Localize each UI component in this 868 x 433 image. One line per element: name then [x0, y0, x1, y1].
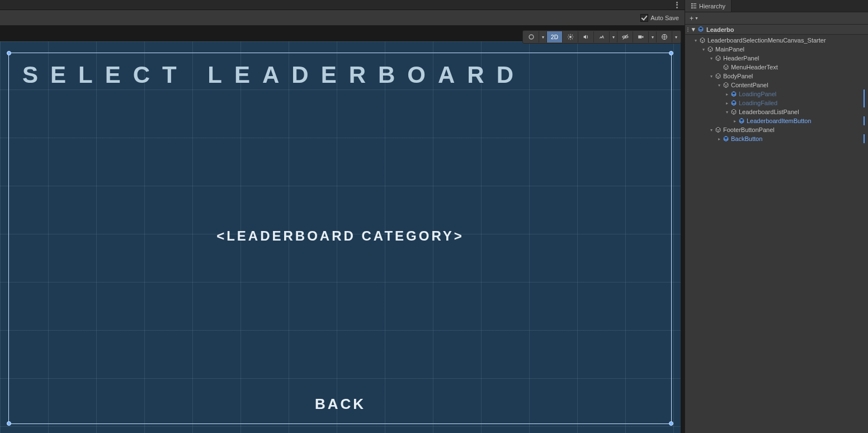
hierarchy-item-label: MenuHeaderText: [731, 64, 778, 70]
hierarchy-item-label: HeaderPanel: [723, 55, 759, 62]
svg-line-3: [622, 35, 628, 40]
svg-point-1: [569, 36, 572, 38]
hierarchy-item-label: BodyPanel: [723, 73, 753, 79]
lighting-toggle[interactable]: [563, 31, 578, 43]
gameobject-icon: [722, 63, 730, 71]
resize-handle-top-left[interactable]: [7, 51, 11, 55]
foldout-arrow-icon[interactable]: [724, 100, 730, 106]
gizmos-toggle[interactable]: [657, 31, 672, 43]
svg-rect-7: [691, 6, 693, 7]
auto-save-label: Auto Save: [650, 15, 679, 21]
create-object-button[interactable]: +▼: [687, 14, 701, 23]
scene-panel: ▾ 2D ▾ ▾ ▾ SELECT LEADERBOARD <LEADERBOA…: [0, 26, 685, 433]
game-header-text: SELECT LEADERBOARD: [0, 62, 681, 88]
tab-hierarchy[interactable]: Hierarchy: [685, 0, 732, 12]
hierarchy-item-leaderboardlistpanel[interactable]: LeaderboardListPanel: [685, 107, 868, 116]
hierarchy-toolbar: +▼: [685, 12, 868, 25]
scene-row[interactable]: Leaderbo: [685, 25, 868, 35]
foldout-arrow-icon: [716, 64, 722, 70]
foldout-arrow-icon[interactable]: [709, 127, 714, 133]
foldout-arrow-icon[interactable]: [693, 37, 699, 43]
resize-handle-bottom-right[interactable]: [669, 421, 673, 426]
gameobject-icon: [714, 72, 722, 80]
hierarchy-item-mainpanel[interactable]: MainPanel: [685, 45, 868, 54]
camera-toggle[interactable]: [633, 31, 649, 43]
editor-secondary-bar: Auto Save: [0, 10, 685, 26]
camera-dropdown[interactable]: ▾: [649, 31, 657, 43]
plus-icon: +: [690, 15, 694, 22]
hierarchy-item-contentpanel[interactable]: ContentPanel: [685, 81, 868, 90]
leaderboard-item-button[interactable]: <LEADERBOARD CATEGORY>: [0, 228, 681, 244]
svg-point-0: [529, 35, 534, 39]
hierarchy-item-label: LoadingPanel: [739, 91, 776, 97]
scene-name-label: Leaderbo: [706, 26, 734, 33]
foldout-arrow-icon[interactable]: [716, 82, 722, 88]
hierarchy-panel: Hierarchy +▼ Leaderbo LeaderboardSelecti…: [685, 0, 868, 433]
back-button[interactable]: BACK: [0, 396, 681, 413]
hierarchy-icon: [691, 3, 697, 9]
hierarchy-item-label: BackButton: [731, 135, 762, 142]
scene-canvas[interactable]: SELECT LEADERBOARD <LEADERBOARD CATEGORY…: [0, 41, 681, 433]
hierarchy-item-bodypanel[interactable]: BodyPanel: [685, 72, 868, 81]
scene-overlay-toolbar: ▾ 2D ▾ ▾ ▾: [522, 30, 681, 44]
prefab-override-bar: [864, 134, 865, 143]
foldout-arrow-icon[interactable]: [724, 109, 730, 115]
prefab-override-bar: [864, 98, 865, 107]
hierarchy-item-loadingfailed[interactable]: LoadingFailed: [685, 98, 868, 107]
checkbox-icon: [640, 14, 648, 22]
foldout-arrow-icon[interactable]: [701, 46, 706, 52]
scene-visibility-toggle[interactable]: [617, 31, 633, 43]
prefab-override-bar: [864, 116, 865, 125]
foldout-arrow-icon[interactable]: [709, 55, 714, 61]
draw-mode-button[interactable]: [523, 31, 539, 43]
foldout-arrow-icon[interactable]: [692, 26, 695, 33]
resize-handle-bottom-left[interactable]: [7, 421, 11, 426]
two-d-toggle[interactable]: 2D: [547, 31, 563, 43]
hierarchy-item-label: MainPanel: [715, 46, 744, 53]
hierarchy-item-label: LeaderboardListPanel: [739, 109, 799, 115]
hierarchy-item-footerbuttonpanel[interactable]: FooterButtonPanel: [685, 125, 868, 134]
svg-rect-8: [691, 7, 693, 8]
effects-dropdown[interactable]: ▾: [610, 31, 617, 43]
hierarchy-tree: LeaderboardSelectionMenuCanvas_StarterMa…: [685, 35, 868, 433]
prefab-icon: [730, 99, 738, 107]
gameobject-icon: [706, 45, 714, 53]
hierarchy-item-label: LeaderboardSelectionMenuCanvas_Starter: [707, 37, 826, 44]
drag-handle-icon: [687, 27, 690, 32]
hierarchy-item-leaderboardselectionmenucanvas_starter[interactable]: LeaderboardSelectionMenuCanvas_Starter: [685, 36, 868, 45]
foldout-arrow-icon[interactable]: [732, 118, 738, 124]
gameobject-icon: [714, 54, 722, 62]
prefab-icon: [722, 135, 730, 143]
gizmos-dropdown[interactable]: ▾: [672, 31, 680, 43]
hierarchy-item-menuheadertext[interactable]: MenuHeaderText: [685, 63, 868, 72]
prefab-override-bar: [864, 90, 865, 98]
svg-rect-4: [638, 35, 641, 38]
hierarchy-item-backbutton[interactable]: BackButton: [685, 134, 868, 143]
auto-save-toggle[interactable]: Auto Save: [640, 14, 679, 22]
effects-toggle[interactable]: [594, 31, 610, 43]
svg-rect-6: [691, 3, 693, 4]
prefab-icon: [738, 117, 746, 125]
hierarchy-item-leaderboarditembutton[interactable]: LeaderboardItemButton: [685, 116, 868, 125]
foldout-arrow-icon[interactable]: [709, 73, 714, 79]
audio-toggle[interactable]: [578, 31, 594, 43]
kebab-menu-icon[interactable]: [673, 1, 680, 9]
hierarchy-item-label: FooterButtonPanel: [723, 126, 775, 133]
editor-top-strip: [0, 0, 685, 10]
hierarchy-item-label: ContentPanel: [731, 82, 768, 88]
gameobject-icon: [730, 108, 738, 116]
hierarchy-tab-row: Hierarchy: [685, 0, 868, 12]
hierarchy-item-label: LeaderboardItemButton: [747, 117, 812, 124]
draw-mode-dropdown[interactable]: ▾: [539, 31, 547, 43]
tab-hierarchy-label: Hierarchy: [699, 3, 725, 10]
foldout-arrow-icon[interactable]: [724, 91, 730, 97]
prefab-icon: [730, 90, 738, 98]
gameobject-icon: [722, 81, 730, 89]
chevron-down-icon: ▼: [695, 16, 699, 20]
hierarchy-item-label: LoadingFailed: [739, 100, 777, 106]
gameobject-icon: [699, 36, 706, 44]
foldout-arrow-icon[interactable]: [716, 136, 722, 142]
hierarchy-item-loadingpanel[interactable]: LoadingPanel: [685, 90, 868, 98]
hierarchy-item-headerpanel[interactable]: HeaderPanel: [685, 54, 868, 63]
resize-handle-top-right[interactable]: [669, 51, 673, 55]
